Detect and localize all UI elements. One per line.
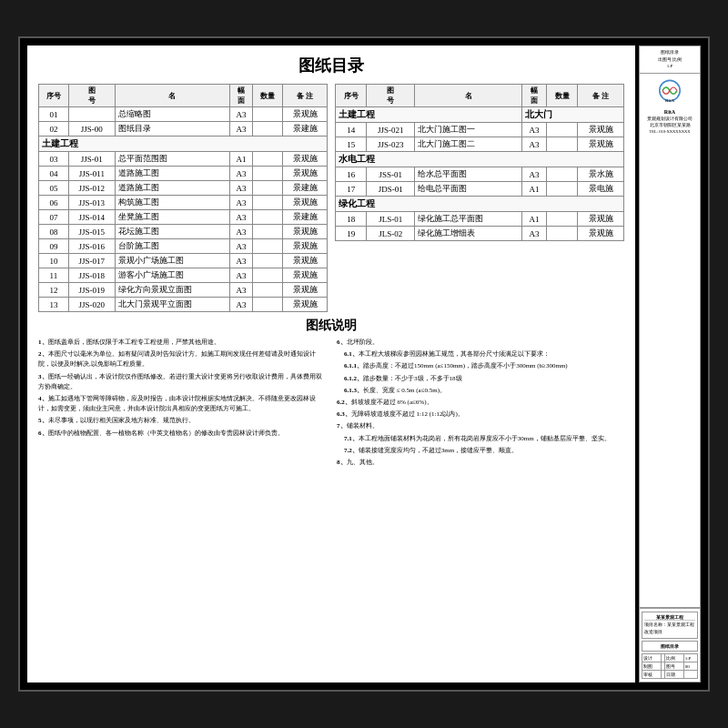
category-row-civil: 土建工程 [39,136,328,152]
company-name: RitA 景观规划设计有限公司北京市朝阳区某某路TEL: 010-XXXXXXX… [647,108,693,136]
table-row: 06 JJS-013 构筑施工图 A3 景观施 [39,196,328,210]
table-area: 序号 图号 名 幅面 数量 备 注 01 总缩略图 [38,84,624,312]
logo-svg: RitA [652,77,688,105]
right-table-section: 序号 图号 名 幅面 数量 备 注 土建工程 北大门 [335,84,624,312]
remark-item: 6.3、无障碍坡道坡度不超过 1:12 (1:12以内)。 [337,410,624,420]
col-header-code2: 图号 [367,85,415,107]
table-row: 05 JJS-012 道路施工图 A3 景建施 [39,181,328,196]
right-panel-header-text: 图纸目录出图号 比例1:P [642,49,697,70]
table-row: 16 JSS-01 给水总平面图 A3 景水施 [336,167,624,182]
right-panel-project: 某某景观工程 项目名称：某某景观工程改造项目 图纸目录 设计 比例 1:P 制图… [640,608,700,682]
table-row: 10 JJS-017 景观小广场施工图 A3 景观施 [39,254,328,268]
main-content: 图纸目录 序号 图号 名 幅面 数量 备 注 [27,46,635,682]
stamp-row: 审核 日期 [642,671,698,679]
remark-item: 7.1、本工程地面铺装材料为花岗岩，所有花岗岩厚度应不小于30mm，铺贴基层应平… [337,434,624,444]
col-header-size: 幅面 [229,85,253,107]
table-row: 04 JJS-011 道路施工图 A3 景观施 [39,167,328,181]
left-table-section: 序号 图号 名 幅面 数量 备 注 01 总缩略图 [38,84,328,312]
table-row: 19 JLS-02 绿化施工增细表 A3 景观施 [336,227,624,241]
category-row-green: 绿化工程 [336,197,624,212]
remark-item: 6.2、斜坡坡度不超过 6% (a≤6%)。 [337,398,624,408]
category-row-mep: 水电工程 [336,152,624,167]
remark-item: 6.1、本工程大坡梯应参照园林施工规范，其各部分尺寸须满足以下要求： [337,349,624,359]
right-panel-header: 图纸目录出图号 比例1:P [640,46,700,74]
col-header-name: 名 [115,85,229,107]
table-row: 09 JJS-016 台阶施工图 A3 景观施 [39,239,328,254]
col-header-qty: 数量 [253,85,283,107]
col-header-code: 图号 [68,85,115,107]
remark-item: 7、铺装材料。 [337,421,624,431]
remark-item: 6.1.2、踏步数量：不少于3级，不多于18级 [337,374,624,384]
drawing-title-box: 图纸目录 [642,641,698,652]
stamp-table: 设计 比例 1:P 制图 图号 00 审核 日期 [642,653,698,679]
col-header-size2: 幅面 [522,85,547,107]
remarks-section: 图纸说明 1、图纸盖章后，图纸仅限于本工程专工程使用，严禁其他用途。 2、本图尺… [38,318,624,470]
table-row: 14 JJS-021 北大门施工图一 A3 景观施 [336,123,624,137]
remarks-title: 图纸说明 [38,318,624,334]
left-drawing-table: 序号 图号 名 幅面 数量 备 注 01 总缩略图 [38,84,328,312]
table-row: 18 JLS-01 绿化施工总平面图 A1 景观施 [336,212,624,227]
remark-item: 1、图纸盖章后，图纸仅限于本工程专工程使用，严禁其他用途。 [38,338,326,348]
col-header-name2: 名 [415,85,522,107]
table-row: 08 JJS-015 花坛施工图 A3 景观施 [39,225,328,239]
remark-item: 8、九、其他。 [337,458,624,468]
svg-text:RitA: RitA [665,97,674,102]
right-panel: 图纸目录出图号 比例1:P RitA RitA 景观规划设计有限公司北京市朝阳区… [639,46,701,682]
col-header-num2: 序号 [336,85,367,107]
table-row: 03 JJS-01 总平面范围图 A1 景观施 [39,152,328,167]
table-row: 07 JJS-014 坐凳施工图 A3 景建施 [39,210,328,225]
col-header-num: 序号 [39,85,69,107]
table-row: 12 JJS-019 绿化方向景观立面图 A3 景观施 [39,283,328,298]
remark-item: 7.2、铺装接缝宽度应均匀，不超过3mm，接缝应平整、顺直。 [337,446,624,456]
category-row-civil2: 土建工程 北大门 [336,107,624,123]
remark-item: 4、施工如遇地下管网等障碍物，应及时报告，由本设计院根据实地情况解决。不得随意更… [38,394,326,414]
right-panel-mid: RitA RitA 景观规划设计有限公司北京市朝阳区某某路TEL: 010-XX… [640,74,700,609]
remark-item: 5、未尽事项，以现行相关国家及地方标准、规范执行。 [38,416,326,426]
col-header-qty2: 数量 [546,85,577,107]
remarks-right-col: 6、北坪阶段。 6.1、本工程大坡梯应参照园林施工规范，其各部分尺寸须满足以下要… [337,338,624,470]
table-row: 01 总缩略图 A3 景观施 [39,107,328,122]
table-row: 15 JJS-023 北大门施工图二 A3 景观施 [336,137,624,152]
remark-item: 6、图纸中的植物配置、各一植物名称（中英文植物名）的修改由专责园林设计师负责。 [38,429,326,439]
stamp-row: 制图 图号 00 [642,662,698,671]
col-header-remark: 备 注 [283,85,328,107]
remark-item: 2、本图尺寸以毫米为单位。如有疑问请及时告知设计方。如施工期间发现任何差错请及时… [38,349,326,369]
col-header-remark2: 备 注 [578,85,624,107]
table-row: 11 JJS-018 游客小广场施工图 A3 景观施 [39,268,328,283]
remarks-content: 1、图纸盖章后，图纸仅限于本工程专工程使用，严禁其他用途。 2、本图尺寸以毫米为… [38,338,624,470]
remarks-left-col: 1、图纸盖章后，图纸仅限于本工程专工程使用，严禁其他用途。 2、本图尺寸以毫米为… [38,338,326,470]
stamp-row: 设计 比例 1:P [642,654,698,662]
page-title: 图纸目录 [38,55,624,76]
right-drawing-table: 序号 图号 名 幅面 数量 备 注 土建工程 北大门 [335,84,624,241]
project-info: 某某景观工程 项目名称：某某景观工程改造项目 [642,612,698,639]
remark-item: 3、图纸一经确认出，本设计院仅作图纸修改。若进行重大设计变更将另行收取设计费用，… [38,372,326,392]
remark-item: 6、北坪阶段。 [337,338,624,348]
remark-item: 6.1.1、踏步高度：不超过150mm (a≤150mm)，踏步高度不小于300… [337,361,624,371]
table-row: 02 JJS-00 图纸目录 A3 景建施 [39,122,328,136]
company-logo: RitA [652,77,688,105]
page-container: 图纸目录 序号 图号 名 幅面 数量 备 注 [18,36,710,692]
remark-item: 6.1.3、长度、宽度 ≤ 0.5m (a≤0.5m)。 [337,386,624,396]
table-row: 13 JJS-020 北大门景观平立面图 A3 景观施 [39,298,328,312]
table-row: 17 JDS-01 给电总平面图 A1 景电施 [336,182,624,197]
